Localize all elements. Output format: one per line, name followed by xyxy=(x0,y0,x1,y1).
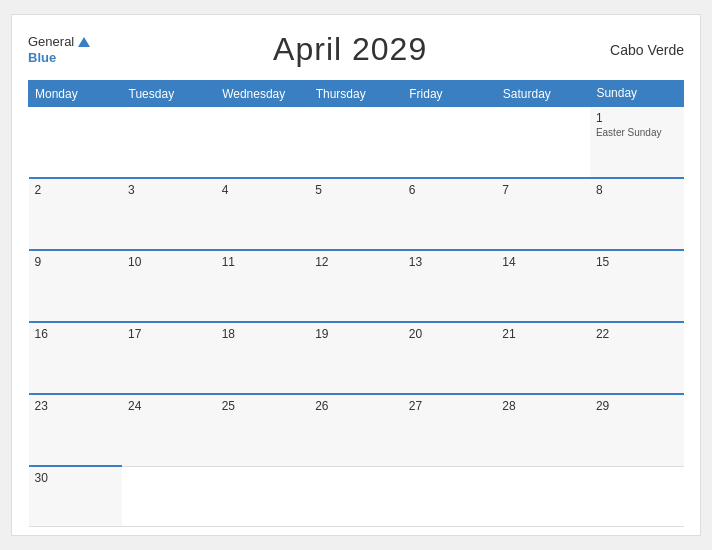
day-cell xyxy=(122,466,216,526)
day-number: 11 xyxy=(222,255,304,269)
day-cell xyxy=(122,106,216,178)
weekday-header-row: Monday Tuesday Wednesday Thursday Friday… xyxy=(29,81,684,107)
day-cell: 1Easter Sunday xyxy=(590,106,684,178)
day-cell: 26 xyxy=(309,394,403,466)
day-number: 4 xyxy=(222,183,304,197)
day-cell xyxy=(403,466,497,526)
day-cell: 21 xyxy=(496,322,590,394)
calendar-title: April 2029 xyxy=(273,31,427,68)
day-cell: 22 xyxy=(590,322,684,394)
day-cell: 2 xyxy=(29,178,123,250)
day-cell xyxy=(309,466,403,526)
day-number: 13 xyxy=(409,255,491,269)
day-cell: 11 xyxy=(216,250,310,322)
day-cell: 16 xyxy=(29,322,123,394)
day-cell: 29 xyxy=(590,394,684,466)
day-number: 14 xyxy=(502,255,584,269)
day-cell xyxy=(590,466,684,526)
day-number: 9 xyxy=(35,255,117,269)
day-number: 18 xyxy=(222,327,304,341)
logo: General Blue xyxy=(28,34,90,65)
week-row-2: 2345678 xyxy=(29,178,684,250)
day-cell: 7 xyxy=(496,178,590,250)
day-number: 19 xyxy=(315,327,397,341)
day-number: 29 xyxy=(596,399,678,413)
header-saturday: Saturday xyxy=(496,81,590,107)
day-cell: 13 xyxy=(403,250,497,322)
day-number: 30 xyxy=(35,471,117,485)
day-cell: 19 xyxy=(309,322,403,394)
day-cell: 27 xyxy=(403,394,497,466)
day-number: 27 xyxy=(409,399,491,413)
calendar-body: 1Easter Sunday23456789101112131415161718… xyxy=(29,106,684,526)
day-number: 25 xyxy=(222,399,304,413)
day-number: 23 xyxy=(35,399,117,413)
week-row-4: 16171819202122 xyxy=(29,322,684,394)
week-row-1: 1Easter Sunday xyxy=(29,106,684,178)
week-row-3: 9101112131415 xyxy=(29,250,684,322)
day-cell: 3 xyxy=(122,178,216,250)
day-number: 28 xyxy=(502,399,584,413)
day-number: 17 xyxy=(128,327,210,341)
day-number: 16 xyxy=(35,327,117,341)
header-thursday: Thursday xyxy=(309,81,403,107)
day-number: 10 xyxy=(128,255,210,269)
day-cell xyxy=(216,106,310,178)
day-cell xyxy=(216,466,310,526)
calendar-region: Cabo Verde xyxy=(610,42,684,58)
logo-general-text: General xyxy=(28,34,74,50)
calendar-header: General Blue April 2029 Cabo Verde xyxy=(28,31,684,68)
day-cell: 18 xyxy=(216,322,310,394)
day-number: 12 xyxy=(315,255,397,269)
day-cell: 28 xyxy=(496,394,590,466)
day-cell: 10 xyxy=(122,250,216,322)
day-cell: 5 xyxy=(309,178,403,250)
day-number: 6 xyxy=(409,183,491,197)
day-cell: 12 xyxy=(309,250,403,322)
day-number: 24 xyxy=(128,399,210,413)
day-number: 21 xyxy=(502,327,584,341)
day-cell: 30 xyxy=(29,466,123,526)
header-friday: Friday xyxy=(403,81,497,107)
header-wednesday: Wednesday xyxy=(216,81,310,107)
day-cell: 8 xyxy=(590,178,684,250)
day-number: 5 xyxy=(315,183,397,197)
day-cell: 23 xyxy=(29,394,123,466)
day-cell xyxy=(496,106,590,178)
day-number: 15 xyxy=(596,255,678,269)
logo-blue-text: Blue xyxy=(28,50,90,66)
day-cell: 24 xyxy=(122,394,216,466)
day-number: 7 xyxy=(502,183,584,197)
day-number: 2 xyxy=(35,183,117,197)
day-cell: 14 xyxy=(496,250,590,322)
day-event: Easter Sunday xyxy=(596,127,678,138)
day-number: 20 xyxy=(409,327,491,341)
day-cell xyxy=(309,106,403,178)
header-sunday: Sunday xyxy=(590,81,684,107)
day-cell: 4 xyxy=(216,178,310,250)
day-cell xyxy=(29,106,123,178)
day-cell: 15 xyxy=(590,250,684,322)
day-cell: 9 xyxy=(29,250,123,322)
day-number: 3 xyxy=(128,183,210,197)
header-tuesday: Tuesday xyxy=(122,81,216,107)
day-cell: 25 xyxy=(216,394,310,466)
week-row-6: 30 xyxy=(29,466,684,526)
logo-triangle-icon xyxy=(78,37,90,47)
day-number: 22 xyxy=(596,327,678,341)
day-number: 26 xyxy=(315,399,397,413)
calendar-grid: Monday Tuesday Wednesday Thursday Friday… xyxy=(28,80,684,527)
day-cell: 20 xyxy=(403,322,497,394)
day-number: 1 xyxy=(596,111,678,125)
calendar-container: General Blue April 2029 Cabo Verde Monda… xyxy=(11,14,701,536)
week-row-5: 23242526272829 xyxy=(29,394,684,466)
day-cell xyxy=(403,106,497,178)
header-monday: Monday xyxy=(29,81,123,107)
day-cell: 6 xyxy=(403,178,497,250)
day-cell: 17 xyxy=(122,322,216,394)
day-cell xyxy=(496,466,590,526)
day-number: 8 xyxy=(596,183,678,197)
